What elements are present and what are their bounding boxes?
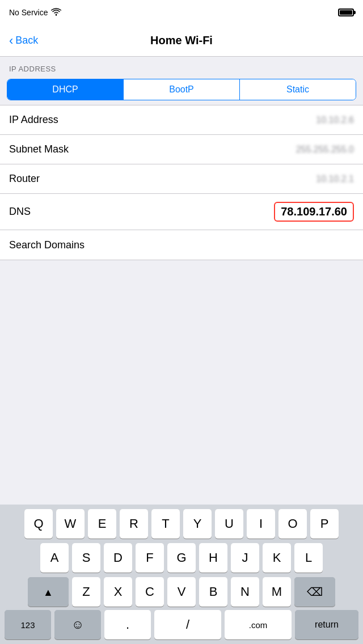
shift-icon bbox=[43, 586, 53, 599]
segment-bootp[interactable]: BootP bbox=[123, 79, 239, 100]
battery-icon bbox=[338, 9, 354, 16]
table-row: Router 10.10.2.1 bbox=[0, 164, 363, 194]
return-key[interactable]: return bbox=[295, 610, 358, 639]
table-row: IP Address 10.10.2.6 bbox=[0, 105, 363, 135]
key-q[interactable]: Q bbox=[24, 509, 53, 539]
key-r[interactable]: R bbox=[120, 509, 148, 539]
key-d[interactable]: D bbox=[104, 543, 132, 573]
key-u[interactable]: U bbox=[215, 509, 243, 539]
dns-value[interactable]: 78.109.17.60 bbox=[274, 202, 354, 222]
key-b[interactable]: B bbox=[199, 577, 227, 607]
slash-key[interactable]: / bbox=[154, 610, 221, 639]
back-label: Back bbox=[15, 35, 38, 46]
key-c[interactable]: C bbox=[136, 577, 164, 607]
ip-address-value: 10.10.2.6 bbox=[316, 115, 354, 125]
key-i[interactable]: I bbox=[247, 509, 275, 539]
key-h[interactable]: H bbox=[199, 543, 227, 573]
period-key[interactable]: . bbox=[104, 610, 151, 639]
nav-bar: ‹ Back Home Wi-Fi bbox=[0, 25, 363, 57]
emoji-key[interactable]: ☺ bbox=[54, 610, 101, 639]
back-button[interactable]: ‹ Back bbox=[9, 35, 38, 47]
key-a[interactable]: A bbox=[40, 543, 69, 573]
dns-label: DNS bbox=[9, 206, 31, 218]
key-s[interactable]: S bbox=[72, 543, 100, 573]
key-x[interactable]: X bbox=[104, 577, 132, 607]
network-settings-table: IP Address 10.10.2.6 Subnet Mask 255.255… bbox=[0, 105, 363, 260]
search-domains-label: Search Domains bbox=[9, 239, 85, 251]
back-chevron-icon: ‹ bbox=[9, 35, 13, 47]
shift-key[interactable] bbox=[28, 577, 69, 607]
delete-key[interactable]: ⌫ bbox=[294, 577, 335, 607]
table-row: Subnet Mask 255.255.255.0 bbox=[0, 135, 363, 164]
keyboard[interactable]: Q W E R T Y U I O P A S D F G H J K L Z … bbox=[0, 505, 363, 644]
wifi-icon bbox=[51, 8, 61, 18]
num-key[interactable]: 123 bbox=[5, 610, 51, 639]
carrier-label: No Service bbox=[9, 8, 48, 17]
keyboard-row-3: Z X C V B N M ⌫ bbox=[0, 573, 363, 607]
key-v[interactable]: V bbox=[167, 577, 196, 607]
key-m[interactable]: M bbox=[263, 577, 291, 607]
keyboard-row-2: A S D F G H J K L bbox=[0, 539, 363, 573]
ip-section-label: IP ADDRESS bbox=[0, 57, 363, 77]
page-title: Home Wi-Fi bbox=[150, 34, 213, 47]
status-bar: No Service bbox=[0, 0, 363, 25]
key-e[interactable]: E bbox=[88, 509, 116, 539]
key-j[interactable]: J bbox=[231, 543, 259, 573]
ip-mode-segment[interactable]: DHCP BootP Static bbox=[7, 79, 356, 100]
key-t[interactable]: T bbox=[151, 509, 180, 539]
keyboard-row-1: Q W E R T Y U I O P bbox=[0, 505, 363, 539]
dotcom-key[interactable]: .com bbox=[225, 610, 292, 639]
key-l[interactable]: L bbox=[294, 543, 323, 573]
key-p[interactable]: P bbox=[310, 509, 339, 539]
key-o[interactable]: O bbox=[278, 509, 307, 539]
key-z[interactable]: Z bbox=[72, 577, 100, 607]
table-row[interactable]: DNS 78.109.17.60 bbox=[0, 194, 363, 230]
segment-static[interactable]: Static bbox=[239, 79, 356, 100]
router-label: Router bbox=[9, 173, 40, 185]
subnet-mask-label: Subnet Mask bbox=[9, 143, 69, 155]
subnet-mask-value: 255.255.255.0 bbox=[296, 145, 354, 155]
table-row: Search Domains bbox=[0, 230, 363, 260]
key-g[interactable]: G bbox=[167, 543, 196, 573]
router-value: 10.10.2.1 bbox=[316, 174, 354, 184]
segment-dhcp[interactable]: DHCP bbox=[7, 79, 123, 100]
key-w[interactable]: W bbox=[56, 509, 85, 539]
key-n[interactable]: N bbox=[231, 577, 259, 607]
key-y[interactable]: Y bbox=[183, 509, 212, 539]
keyboard-bottom-row: 123 ☺ . / .com return bbox=[0, 607, 363, 644]
key-f[interactable]: F bbox=[136, 543, 164, 573]
delete-icon: ⌫ bbox=[307, 585, 323, 599]
key-k[interactable]: K bbox=[263, 543, 291, 573]
ip-address-label: IP Address bbox=[9, 114, 58, 126]
